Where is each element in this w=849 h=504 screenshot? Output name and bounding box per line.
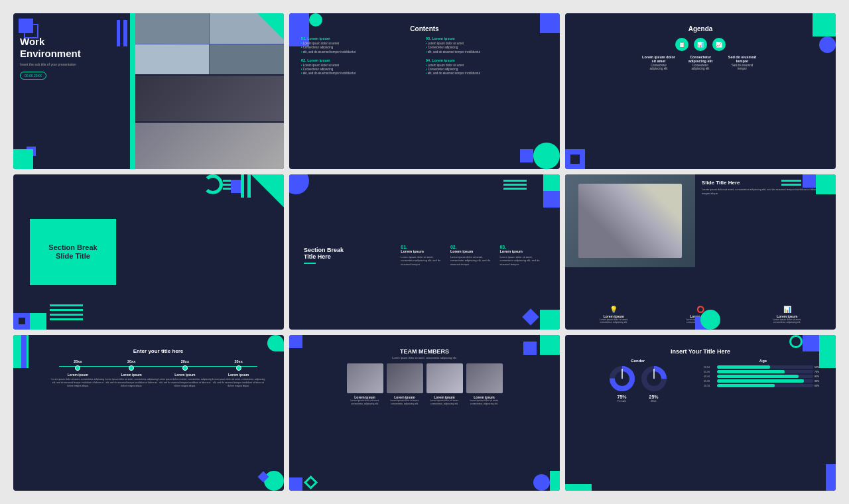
slide3-icons: 📋 📊 📈	[577, 38, 824, 51]
photo-mid	[135, 76, 284, 121]
slide-8: TEAM MEMBERS Lorem ipsum dolor sit amet,…	[289, 335, 560, 491]
agenda-item-2: Consectetur adipiscing elit Consectetura…	[683, 55, 719, 70]
timeline-item-1: 20xx Lorem ipsum Lorem ipsum dolor sit a…	[51, 359, 105, 388]
slide-7: Enter your title here 20xx Lorem ipsum L…	[13, 335, 284, 491]
s5-title: Section BreakTitle Here	[304, 247, 395, 260]
agenda-icon-2: 📊	[694, 38, 707, 51]
timeline: 20xx Lorem ipsum Lorem ipsum dolor sit a…	[46, 359, 271, 388]
age-title: Age	[704, 359, 822, 363]
slide2-content: 01. Lorem ipsum Lorem ipsum dolor sit am…	[301, 36, 548, 76]
section-break-box: Section BreakSlide Title	[30, 219, 116, 285]
s2-section-2: 03. Lorem ipsum Lorem ipsum dolor sit am…	[426, 36, 548, 76]
s6-icon-1: 💡 Lorem ipsum Lorem ipsum dolor sit amet…	[597, 306, 630, 325]
gender-section: Gender 75% Female	[578, 359, 697, 403]
timeline-item-4: 20xx Lorem ipsum Lorem ipsum dolor sit a…	[212, 359, 265, 388]
slide6-image	[565, 174, 695, 268]
section-break-title: Section BreakSlide Title	[48, 243, 97, 261]
age-section: Age 50-54 55% 45-49 70%	[704, 359, 822, 389]
female-chart: 75% Female	[609, 365, 635, 403]
slide-9: Insert Your Title Here Gender 75%	[565, 335, 836, 491]
slide-5: Section BreakTitle Here 01. Lorem ipsum …	[289, 174, 560, 330]
slide1-title: Work Environment	[20, 36, 277, 60]
member-photo-2	[387, 363, 423, 393]
s5-col-2: 02. Lorem ipsum Lorem ipsum dolor sit am…	[450, 245, 496, 267]
slide2-title: Contents	[301, 25, 548, 32]
slide8-title: TEAM MEMBERS	[302, 348, 547, 355]
slides-grid: Work Environment Insert the sub title of…	[13, 13, 836, 491]
male-chart: 25% Male	[641, 365, 667, 403]
slide-6: Slide Title Here Lorem ipsum dolor sit a…	[565, 174, 836, 330]
donut-charts: 75% Female 25% Male	[578, 365, 697, 403]
slide-1: Work Environment Insert the sub title of…	[13, 13, 284, 169]
bar-row-2: 45-49 70%	[704, 370, 822, 373]
timeline-item-2: 20xx Lorem ipsum Lorem ipsum dolor sit a…	[105, 359, 159, 388]
member-photo-3	[426, 363, 463, 393]
member-photo-4	[466, 363, 503, 393]
bar-row-3: 40-44 85%	[704, 375, 822, 378]
slide9-content: Gender 75% Female	[578, 359, 822, 403]
slide7-title: Enter your title here	[46, 348, 271, 354]
s5-main: Section BreakTitle Here	[304, 247, 395, 264]
age-bar-chart: 50-54 55% 45-49 70% 40-44 85%	[704, 365, 822, 387]
slide-2: Contents 01. Lorem ipsum Lorem ipsum dol…	[289, 13, 560, 169]
agenda-icon-3: 📈	[712, 38, 726, 51]
team-members: Lorem ipsum Lorem ipsum dolor sit amet, …	[302, 363, 547, 406]
slide-3: Agenda 📋 📊 📈 Lorem ipsum dolor sit amet …	[565, 13, 836, 169]
s5-columns: 01. Lorem ipsum Lorem ipsum dolor sit am…	[401, 245, 545, 267]
agenda-item-3: Sed do eiusmod tempor Sed do eiusmodtemp…	[724, 55, 761, 70]
photo-bot	[135, 123, 284, 168]
bar-row-1: 50-54 55%	[704, 365, 822, 369]
female-donut	[609, 365, 635, 392]
member-2: Lorem ipsum Lorem ipsum dolor sit amet, …	[387, 363, 423, 406]
member-4: Lorem ipsum Lorem ipsum dolor sit amet, …	[466, 363, 503, 406]
member-photo-1	[347, 363, 383, 393]
s5-col-3: 03. Lorem ipsum Lorem ipsum dolor sit am…	[499, 245, 545, 267]
timeline-line	[59, 366, 257, 367]
slide1-button[interactable]: 00.00.20XX	[20, 72, 46, 80]
slide8-subtitle: Lorem ipsum dolor sit amet, consectetur …	[302, 356, 547, 359]
member-1: Lorem ipsum Lorem ipsum dolor sit amet, …	[347, 363, 383, 406]
member-3: Lorem ipsum Lorem ipsum dolor sit amet, …	[426, 363, 463, 406]
slide9-title: Insert Your Title Here	[578, 348, 822, 355]
slide6-text: Lorem ipsum dolor sit amet, consectetur …	[702, 188, 829, 196]
gender-title: Gender	[578, 359, 697, 363]
timeline-item-3: 20xx Lorem ipsum Lorem ipsum dolor sit a…	[159, 359, 212, 388]
s2-section-1: 01. Lorem ipsum Lorem ipsum dolor sit am…	[301, 36, 423, 76]
slide1-subtitle: Insert the sub title of your presentatio…	[20, 62, 277, 66]
s6-icon-3: 📊 Lorem ipsum Lorem ipsum dolor sit amet…	[771, 306, 804, 325]
s5-col-1: 01. Lorem ipsum Lorem ipsum dolor sit am…	[401, 245, 446, 267]
agenda-item-1: Lorem ipsum dolor sit amet Consecteturad…	[641, 55, 677, 70]
bar-row-4: 35-39 90%	[704, 379, 822, 383]
slide-4: Section BreakSlide Title	[13, 174, 284, 330]
bar-row-5: 30-34 60%	[704, 384, 822, 387]
s5-line	[304, 263, 316, 264]
slide3-title: Agenda	[577, 25, 824, 32]
slide3-labels: Lorem ipsum dolor sit amet Consecteturad…	[577, 55, 824, 70]
male-donut	[641, 365, 667, 392]
agenda-icon-1: 📋	[675, 38, 688, 51]
